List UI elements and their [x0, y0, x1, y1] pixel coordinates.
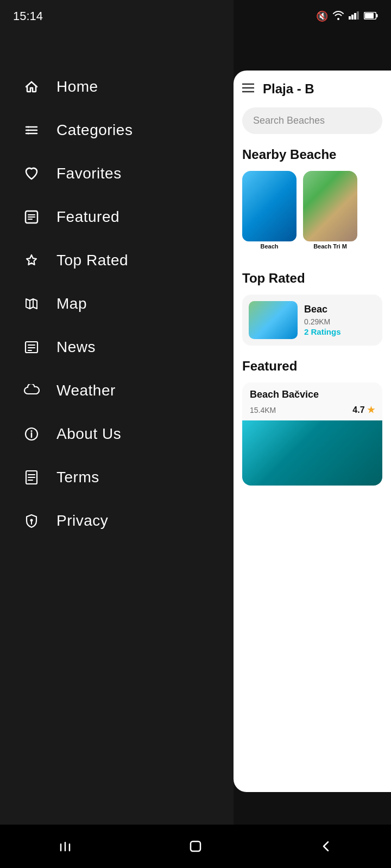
- svg-point-11: [28, 130, 29, 131]
- top-rated-beach-name: Beac: [304, 304, 341, 315]
- sidebar-categories-label: Categories: [56, 122, 133, 139]
- svg-rect-6: [376, 14, 378, 17]
- svg-rect-3: [357, 11, 359, 20]
- top-rated-beach-image: [249, 301, 298, 339]
- top-rated-ratings: 2 Ratings: [304, 327, 341, 336]
- wifi-icon: [332, 10, 344, 23]
- sidebar-item-privacy[interactable]: Privacy: [16, 499, 234, 542]
- status-icons: 🔇: [316, 10, 378, 23]
- map-icon: [22, 296, 41, 311]
- search-placeholder: Search Beaches: [253, 115, 325, 126]
- cloud-icon: [22, 384, 41, 397]
- star-rating-icon: ★: [367, 405, 375, 414]
- top-rated-distance: 0.29KM: [304, 317, 341, 326]
- star-icon: [22, 253, 41, 268]
- nearby-beach-label-2: Beach Tri M: [303, 241, 357, 251]
- sidebar-item-about-us[interactable]: About Us: [16, 412, 234, 456]
- nearby-beach-label-1: Beach: [242, 241, 297, 251]
- top-rated-beach-info: Beac 0.29KM 2 Ratings: [304, 304, 341, 336]
- sidebar-home-label: Home: [56, 78, 98, 95]
- featured-card-header: Beach Bačvice: [242, 382, 382, 405]
- sidebar-item-favorites[interactable]: Favorites: [16, 152, 234, 195]
- nearby-beach-card-1[interactable]: Beach: [242, 171, 297, 258]
- status-time: 15:14: [13, 9, 43, 23]
- featured-section-title: Featured: [242, 359, 382, 374]
- privacy-icon: [22, 513, 41, 528]
- featured-rating: 4.7 ★: [352, 405, 375, 415]
- search-bar[interactable]: Search Beaches: [242, 107, 382, 134]
- svg-rect-38: [191, 841, 200, 851]
- svg-rect-0: [349, 16, 351, 20]
- nearby-section-title: Nearby Beache: [242, 147, 382, 162]
- sidebar-item-featured[interactable]: Featured: [16, 195, 234, 239]
- main-content-panel: Plaja - B Search Beaches Nearby Beache B…: [234, 71, 391, 792]
- heart-icon: [22, 166, 41, 181]
- nav-recent-apps-button[interactable]: [49, 830, 81, 863]
- featured-icon: [22, 209, 41, 225]
- featured-beach-image: [242, 420, 382, 486]
- sidebar-privacy-label: Privacy: [56, 512, 108, 529]
- signal-icon: [349, 11, 360, 22]
- sidebar-favorites-label: Favorites: [56, 165, 122, 182]
- nav-back-button[interactable]: [310, 830, 342, 863]
- sidebar-item-map[interactable]: Map: [16, 282, 234, 326]
- status-bar: 15:14 🔇: [0, 0, 391, 33]
- categories-icon: [22, 123, 41, 138]
- mute-icon: 🔇: [316, 10, 328, 22]
- panel-header: Plaja - B: [242, 81, 382, 97]
- sidebar-top-rated-label: Top Rated: [56, 252, 128, 269]
- top-rated-card[interactable]: Beac 0.29KM 2 Ratings: [242, 295, 382, 346]
- sidebar-map-label: Map: [56, 295, 87, 312]
- featured-distance: 15.4KM: [250, 406, 276, 414]
- info-icon: [22, 426, 41, 442]
- nearby-beach-image-2: [303, 171, 357, 241]
- hamburger-icon[interactable]: [242, 82, 254, 96]
- svg-marker-17: [26, 299, 37, 309]
- terms-icon: [22, 470, 41, 485]
- nearby-beach-image-1: [242, 171, 297, 241]
- featured-card[interactable]: Beach Bačvice 15.4KM 4.7 ★: [242, 382, 382, 486]
- bottom-nav-bar: [0, 825, 391, 868]
- sidebar-item-home[interactable]: Home: [16, 65, 234, 108]
- sidebar-item-news[interactable]: News: [16, 326, 234, 369]
- sidebar-terms-label: Terms: [56, 469, 99, 486]
- sidebar-weather-label: Weather: [56, 382, 116, 399]
- svg-point-26: [31, 430, 33, 432]
- svg-rect-1: [351, 15, 354, 20]
- sidebar-about-label: About Us: [56, 425, 121, 443]
- svg-rect-2: [354, 13, 356, 20]
- svg-point-10: [28, 126, 29, 128]
- battery-icon: [364, 11, 378, 22]
- news-icon: [22, 340, 41, 355]
- featured-meta: 15.4KM 4.7 ★: [242, 405, 382, 420]
- top-rated-section-title: Top Rated: [242, 271, 382, 286]
- nearby-beach-card-2[interactable]: Beach Tri M: [303, 171, 357, 258]
- home-icon: [22, 79, 41, 94]
- svg-rect-5: [365, 13, 374, 18]
- nearby-beaches-scroll: Beach Beach Tri M: [242, 171, 382, 258]
- sidebar-item-categories[interactable]: Categories: [16, 108, 234, 152]
- sidebar-item-weather[interactable]: Weather: [16, 369, 234, 412]
- sidebar-item-terms[interactable]: Terms: [16, 456, 234, 499]
- featured-beach-name: Beach Bačvice: [250, 389, 319, 400]
- svg-point-12: [28, 133, 29, 135]
- sidebar-drawer: Home Categories Favorites: [0, 0, 234, 868]
- nav-home-button[interactable]: [179, 830, 212, 863]
- sidebar-featured-label: Featured: [56, 208, 119, 226]
- panel-title: Plaja - B: [263, 81, 314, 97]
- sidebar-news-label: News: [56, 339, 96, 356]
- svg-point-31: [30, 519, 33, 522]
- sidebar-item-top-rated[interactable]: Top Rated: [16, 239, 234, 282]
